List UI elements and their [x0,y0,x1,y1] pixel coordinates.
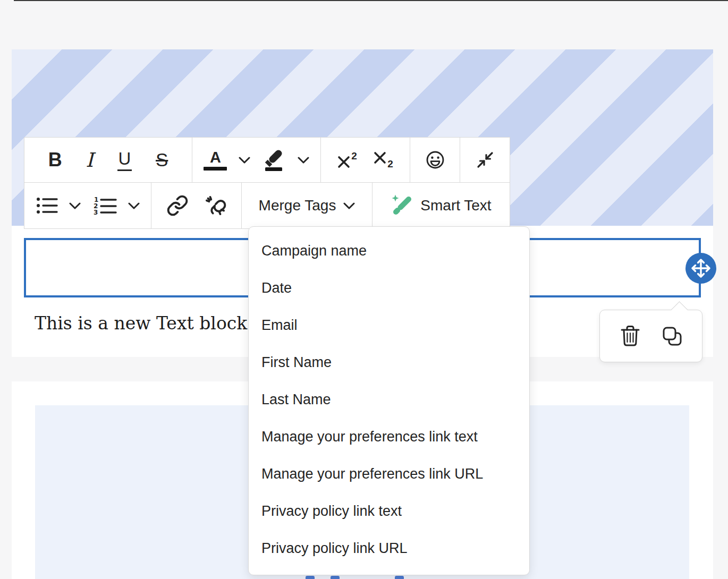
superscript-x-icon [337,156,350,168]
color-swatch-bar [204,167,227,171]
emoji-icon [425,150,445,170]
toolbar-group-lists: 1 2 3 [24,182,151,229]
unlink-icon [204,194,226,217]
toolbar-group-color: A [192,137,321,183]
chevron-down-icon [239,157,250,164]
chevron-down-icon [298,157,309,164]
menu-item-campaign-name[interactable]: Campaign name [249,232,529,269]
menu-item-manage-preferences-link-url[interactable]: Manage your preferences link URL [249,455,529,492]
italic-button[interactable]: I [86,149,94,172]
text-color-dropdown[interactable] [239,157,250,164]
menu-item-date[interactable]: Date [249,269,529,306]
menu-item-last-name[interactable]: Last Name [249,381,529,418]
block-actions-popover [599,310,702,362]
text-color-button[interactable]: A [204,149,227,171]
insert-link-button[interactable] [166,194,189,217]
magic-wand-icon [391,194,414,217]
bold-button[interactable]: B [48,149,62,171]
subscript-x-icon [374,151,386,164]
menu-item-first-name[interactable]: First Name [249,344,529,381]
highlighter-icon [261,148,286,172]
merge-tags-button[interactable]: Merge Tags [259,197,355,214]
toolbar-group-links [151,182,242,229]
menu-item-privacy-policy-link-url[interactable]: Privacy policy link URL [249,530,529,567]
emoji-button[interactable] [425,150,445,170]
menu-item-email[interactable]: Email [249,306,529,344]
delete-block-button[interactable] [619,324,642,348]
social-icon-partial [306,576,315,579]
highlight-dropdown[interactable] [298,157,309,164]
drag-move-handle[interactable] [685,253,716,284]
social-icon-partial [395,576,404,579]
bullet-list-button[interactable] [36,197,58,215]
menu-item-privacy-policy-link-text[interactable]: Privacy policy link text [249,492,529,530]
social-icon-partial [331,576,340,579]
link-icon [166,194,189,217]
duplicate-icon [661,325,683,347]
bullet-list-icon [36,197,58,215]
highlight-button[interactable] [261,148,286,172]
toolbar-group-collapse [460,137,510,183]
bullet-list-dropdown[interactable] [69,202,81,209]
toolbar-group-basic-format: B I U S [24,137,192,183]
duplicate-block-button[interactable] [661,325,683,347]
move-arrows-icon [690,257,712,279]
merge-tags-menu: Campaign name Date Email First Name Last… [248,226,530,575]
underline-button[interactable]: U [117,149,132,171]
superscript-button[interactable]: 2 [337,151,357,168]
strikethrough-button[interactable]: S [156,149,168,171]
subscript-digit: 2 [387,159,393,168]
merge-tags-label: Merge Tags [259,197,336,214]
collapse-arrows-icon [476,150,495,169]
remove-link-button[interactable] [204,194,226,217]
app-chrome-edge [14,0,728,1]
email-editor-canvas: This is a new Text block. Change the tex… [0,0,728,579]
subscript-button[interactable]: 2 [374,151,393,168]
trash-icon [619,324,642,348]
superscript-digit: 2 [351,151,357,160]
smart-text-label: Smart Text [420,197,491,214]
chevron-down-icon [69,202,81,209]
toolbar-group-merge-tags: Merge Tags [241,182,373,229]
collapse-toolbar-button[interactable] [476,150,495,169]
numbered-list-dropdown[interactable] [128,202,140,209]
toolbar-group-emoji [410,137,460,183]
text-color-icon: A [210,149,221,165]
toolbar-group-script: 2 2 [320,137,410,183]
numbered-list-icon: 1 2 3 [92,196,117,215]
chevron-down-icon [128,202,140,209]
numbered-list-button[interactable]: 1 2 3 [92,196,117,215]
chevron-down-icon [343,202,355,209]
menu-item-manage-preferences-link-text[interactable]: Manage your preferences link text [249,418,529,455]
smart-text-button[interactable]: Smart Text [391,194,491,217]
toolbar-group-smart-text: Smart Text [372,182,510,229]
svg-text:3: 3 [94,209,98,215]
